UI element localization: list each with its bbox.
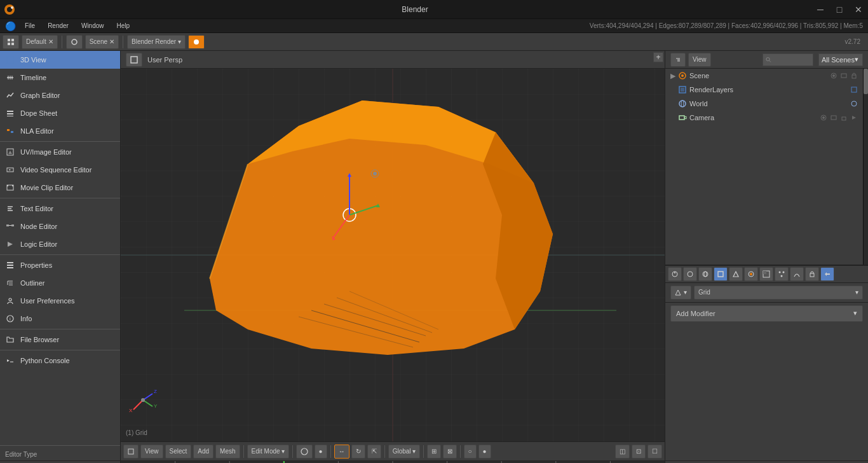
snap-type-btn[interactable]: ⊠ (443, 445, 457, 459)
viewport-type-select-icon (128, 448, 134, 455)
viewport-type-btn[interactable] (126, 53, 142, 67)
scale-btn[interactable]: ⇱ (367, 445, 381, 459)
outliner-scrollbar[interactable] (863, 69, 868, 265)
props-constraints-btn[interactable] (805, 267, 819, 281)
outliner-item-camera[interactable]: Camera (665, 111, 863, 125)
maximize-button[interactable]: □ (830, 0, 849, 19)
menu-item-dope-sheet[interactable]: Dope Sheet (0, 104, 120, 122)
view-menu[interactable]: View (140, 445, 163, 459)
outliner-item-world[interactable]: World (665, 97, 863, 111)
svg-point-68 (373, 172, 377, 176)
viewport-3d[interactable]: (1) Grid Z Y X (121, 69, 665, 441)
minimize-button[interactable]: ─ (811, 0, 830, 19)
scene-selector[interactable]: Scene ✕ (85, 35, 119, 49)
select-menu[interactable]: Select (165, 445, 192, 459)
outliner-world-label: World (689, 100, 708, 107)
menu-item-node-editor[interactable]: Node Editor (0, 218, 120, 235)
scene-visibility-icon[interactable] (830, 72, 837, 79)
menu-render[interactable]: Render (44, 22, 72, 29)
add-modifier-arrow: ▾ (853, 309, 857, 317)
menu-item-nla-editor[interactable]: NLA Editor (0, 122, 120, 140)
search-input-container[interactable] (763, 53, 813, 66)
props-world-btn[interactable] (698, 267, 712, 281)
outliner-content: ▶ Scene RenderLayers (665, 69, 868, 265)
add-menu[interactable]: Add (193, 445, 214, 459)
props-data-btn[interactable] (729, 267, 743, 281)
scene-lock-icon[interactable] (850, 72, 858, 79)
menu-item-timeline[interactable]: Timeline (0, 69, 120, 86)
menu-file[interactable]: File (21, 22, 39, 29)
viewport-type-select[interactable] (123, 445, 139, 459)
solid-btn[interactable]: ● (315, 445, 327, 459)
dope-sheet-icon (5, 108, 15, 118)
data-select-btn[interactable]: Grid ▾ (694, 286, 863, 300)
menu-item-movie-clip[interactable]: Movie Clip Editor (0, 179, 120, 197)
menu-item-properties[interactable]: Properties (0, 256, 120, 274)
menu-window[interactable]: Window (78, 22, 108, 29)
svg-marker-44 (7, 359, 10, 362)
menu-item-info[interactable]: i Info (0, 310, 120, 328)
viewport-add-btn[interactable]: + (653, 52, 663, 62)
renderer-selector[interactable]: Blender Render ▾ (127, 35, 186, 49)
camera-lock-icon[interactable] (840, 114, 848, 121)
camera-visibility-icon[interactable] (820, 114, 827, 121)
props-particles-btn[interactable] (775, 267, 789, 281)
layout-selector[interactable]: Default ✕ (22, 35, 58, 49)
menu-item-outliner[interactable]: Outliner (0, 274, 120, 292)
modifiers-props-icon (824, 270, 831, 278)
world-props-icon (702, 270, 709, 278)
mode-selector[interactable]: Edit Mode ▾ (247, 445, 289, 459)
scenes-selector[interactable]: All Scenes ▾ (818, 53, 863, 66)
menu-item-python-console[interactable]: Python Console (0, 352, 120, 370)
grab-btn[interactable]: ↔ (334, 445, 349, 459)
camera-render-icon[interactable] (830, 114, 837, 121)
menu-help[interactable]: Help (113, 22, 134, 29)
menu-item-user-prefs[interactable]: User Preferences (0, 292, 120, 310)
props-physics-btn[interactable] (790, 267, 804, 281)
outliner-type-btn[interactable] (670, 53, 686, 67)
vp-sep-4 (384, 445, 385, 458)
rotate-btn[interactable]: ↻ (351, 445, 365, 459)
backdrop-btn[interactable]: ⊡ (632, 445, 646, 459)
object-select-btn[interactable]: ▾ (670, 286, 691, 300)
menu-item-uv-image[interactable]: UV/Image Editor (0, 143, 120, 161)
menu-item-file-browser[interactable]: File Browser (0, 331, 120, 349)
svg-rect-36 (7, 267, 13, 268)
add-modifier-btn[interactable]: Add Modifier ▾ (670, 305, 863, 322)
outliner-item-renderlayers[interactable]: RenderLayers (665, 83, 863, 97)
close-button[interactable]: ✕ (849, 0, 868, 19)
props-mat-btn[interactable] (744, 267, 758, 281)
svg-point-2 (11, 6, 13, 9)
menu-item-text-editor-label: Text Editor (20, 205, 53, 212)
snap-btn[interactable]: ⊞ (427, 445, 441, 459)
svg-point-82 (766, 57, 770, 60)
scene-type-btn[interactable] (66, 35, 83, 49)
render-preview-btn[interactable]: ☐ (648, 445, 662, 459)
shading-circle-btn[interactable] (296, 445, 313, 459)
props-tex-btn[interactable] (759, 267, 773, 281)
view-btn[interactable]: View (688, 53, 711, 67)
props-render-btn[interactable] (668, 267, 682, 281)
menu-item-video-seq[interactable]: Video Sequence Editor (0, 161, 120, 179)
svg-text:X: X (129, 408, 133, 413)
menu-item-3d-view[interactable]: 3D View (0, 51, 120, 69)
outliner-item-scene[interactable]: ▶ Scene (665, 69, 863, 83)
vp-sep-1 (243, 445, 244, 458)
svg-point-85 (681, 74, 684, 77)
scene-render-icon[interactable] (840, 72, 848, 79)
props-modifiers-btn[interactable] (820, 267, 834, 281)
props-scene-btn[interactable] (683, 267, 697, 281)
overlay-btn[interactable]: ◫ (615, 445, 630, 459)
menu-item-text-editor[interactable]: Text Editor (0, 200, 120, 218)
search-input[interactable] (771, 56, 810, 63)
svg-point-111 (750, 273, 752, 275)
global-selector[interactable]: Global ▾ (388, 445, 420, 459)
menu-item-graph-editor[interactable]: Graph Editor (0, 86, 120, 104)
layout-icon-btn[interactable] (3, 35, 19, 49)
proportional-type-btn[interactable]: ● (478, 445, 491, 459)
mesh-menu[interactable]: Mesh (215, 445, 240, 459)
props-object-btn[interactable] (714, 267, 728, 281)
renderer-settings-btn[interactable] (188, 35, 205, 49)
menu-item-logic-editor[interactable]: Logic Editor (0, 235, 120, 253)
proportional-btn[interactable]: ○ (464, 445, 477, 459)
